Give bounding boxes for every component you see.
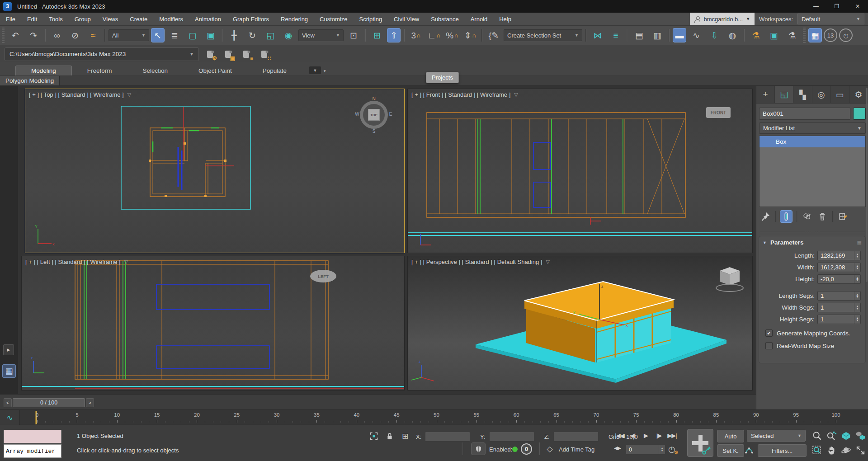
viewport-layout-tab[interactable]: ▦	[2, 364, 16, 378]
menu-graph-editors[interactable]: Graph Editors	[227, 13, 275, 25]
tab-selection[interactable]: Selection	[127, 66, 184, 75]
maximize-viewport-toggle[interactable]	[854, 443, 868, 457]
go-to-end-button[interactable]: ▶▶|	[666, 430, 678, 441]
tab-modeling[interactable]: Modeling	[15, 66, 72, 75]
viewcube-top-face[interactable]: TOP	[368, 109, 380, 121]
modifier-list-dropdown[interactable]: Modifier List ▼	[759, 122, 866, 134]
select-and-move-button[interactable]: ╋	[226, 28, 242, 42]
rendered-frame-window-button[interactable]: ▣	[766, 28, 782, 42]
redo-button[interactable]: ↷	[25, 28, 42, 42]
selection-filter-dropdown[interactable]: All▼	[108, 29, 149, 41]
menu-modifiers[interactable]: Modifiers	[153, 13, 189, 25]
orbit-button[interactable]	[839, 443, 853, 457]
param-spinner[interactable]: ▴▾	[854, 275, 860, 283]
angle-snap-toggle[interactable]: ∟∩	[426, 28, 442, 42]
spinner-snap-toggle[interactable]: ⇕∩	[462, 28, 478, 42]
menu-civil-view[interactable]: Civil View	[388, 13, 425, 25]
mirror-button[interactable]: ⋈	[590, 28, 606, 42]
time-configuration-button[interactable]: ◷⚙	[668, 444, 675, 454]
menu-help[interactable]: Help	[493, 13, 517, 25]
isolate-selection-toggle[interactable]	[368, 431, 379, 442]
zoom-extents-all-button[interactable]	[854, 429, 868, 443]
viewport-left-label[interactable]: [ + ] [ Left ] [ Standard ] [ Wireframe …	[25, 259, 128, 265]
select-and-rotate-button[interactable]: ↻	[244, 28, 260, 42]
param-spinner[interactable]: ▴▾	[854, 251, 860, 260]
safe-scene-shield-button[interactable]	[471, 442, 486, 455]
current-frame-field[interactable]: 0 ▴▾	[626, 444, 665, 455]
maximize-button[interactable]: ❐	[826, 0, 847, 13]
viewcube-front-marker[interactable]: FRONT	[706, 107, 731, 118]
menu-rendering[interactable]: Rendering	[275, 13, 314, 25]
render-in-cloud-button[interactable]: ▦	[808, 28, 822, 42]
minimize-button[interactable]: —	[806, 0, 826, 13]
close-button[interactable]: ✕	[847, 0, 868, 13]
max-time-button[interactable]: ◷	[839, 28, 853, 42]
object-name-field[interactable]: Box001	[759, 108, 850, 120]
set-key-button[interactable]: Set K.	[717, 444, 744, 457]
filter-funnel-icon[interactable]: ▽	[514, 92, 518, 98]
frame-spinner[interactable]: ▴▾	[659, 445, 665, 454]
project-folder-dropdown[interactable]: C:\Users\bmcga\Documents\3ds Max 2023 ▼	[5, 47, 199, 61]
compass-south[interactable]: S	[371, 129, 377, 134]
create-tab[interactable]: +	[756, 86, 775, 103]
notifications-badge[interactable]: 13	[824, 28, 837, 42]
viewport-perspective-label[interactable]: [ + ] [ Perspective ] [ Standard ] [ Def…	[411, 259, 550, 265]
filter-funnel-icon[interactable]: ▽	[124, 259, 128, 265]
select-and-place-button[interactable]: ◉	[280, 28, 297, 42]
param-spinner[interactable]: ▴▾	[854, 303, 860, 312]
display-tab[interactable]: ▭	[831, 86, 849, 103]
filter-funnel-icon[interactable]: ▽	[127, 92, 131, 98]
pan-view-button[interactable]	[825, 443, 839, 457]
object-color-swatch[interactable]	[853, 108, 866, 120]
select-object-button[interactable]: ↖	[151, 28, 165, 42]
lock-selection-toggle[interactable]	[384, 431, 395, 442]
stack-item-box[interactable]: Box	[760, 136, 865, 147]
panel-scrollbar[interactable]	[866, 88, 868, 282]
material-editor-button[interactable]: ◍	[724, 28, 741, 42]
compass-west[interactable]: W	[354, 112, 360, 117]
checkbox-generate-mapping-coords-[interactable]: ✔	[765, 329, 773, 337]
param-field-width[interactable]: 1612,308▴▾	[817, 263, 861, 272]
project-new-folder-button[interactable]: ▣	[221, 47, 236, 61]
project-structure-button[interactable]: ≡	[239, 47, 254, 61]
motion-tab[interactable]: ◎	[812, 86, 831, 103]
menu-create[interactable]: Create	[124, 13, 153, 25]
render-production-button[interactable]: ⚗	[784, 28, 800, 42]
project-switch-button[interactable]: ∷	[257, 47, 272, 61]
zoom-extents-button[interactable]	[839, 429, 853, 443]
render-setup-button[interactable]: ⚗	[748, 28, 764, 42]
tab-object-paint[interactable]: Object Paint	[183, 66, 247, 75]
filter-funnel-icon[interactable]: ▽	[546, 259, 549, 265]
account-menu[interactable]: bmcgarrido b... ▼	[690, 13, 755, 25]
unlink-selection-button[interactable]: ⊘	[67, 28, 83, 42]
viewport-perspective[interactable]: [ + ] [ Perspective ] [ Standard ] [ Def…	[407, 256, 753, 390]
percent-snap-toggle[interactable]: %∩	[444, 28, 460, 42]
menu-substance[interactable]: Substance	[425, 13, 464, 25]
viewcube-3d[interactable]	[716, 267, 743, 292]
configure-modifier-sets-button[interactable]	[837, 210, 849, 223]
hierarchy-tab[interactable]: ▚	[793, 86, 812, 103]
compass-north[interactable]: N	[371, 96, 377, 101]
reference-coordinate-system-dropdown[interactable]: View▼	[298, 29, 344, 41]
viewport-front[interactable]: [ + ] [ Front ] [ Standard ] [ Wireframe…	[407, 89, 753, 253]
key-filters-icon-button[interactable]	[743, 444, 755, 456]
bind-to-space-warp-button[interactable]: ≈	[85, 28, 101, 42]
param-spinner[interactable]: ▴▾	[854, 315, 860, 324]
menu-views[interactable]: Views	[97, 13, 124, 25]
viewcube-compass[interactable]: N E S W TOP	[356, 97, 392, 132]
zoom-all-button[interactable]	[825, 429, 839, 443]
track-bar[interactable]: ∿ 05101520253035404550556065707580859095…	[0, 409, 868, 425]
workspace-dropdown[interactable]: Default ▼	[797, 14, 864, 24]
ribbon-minimize-button[interactable]: ▼	[309, 66, 321, 74]
menu-animation[interactable]: Animation	[189, 13, 227, 25]
menu-arnold[interactable]: Arnold	[465, 13, 494, 25]
select-by-name-button[interactable]: ≣	[166, 28, 183, 42]
next-frame-arrow[interactable]: >	[86, 398, 94, 407]
tab-polygon-modeling[interactable]: Polygon Modeling	[0, 76, 60, 85]
menu-edit[interactable]: Edit	[21, 13, 43, 25]
x-coordinate-field[interactable]	[425, 432, 470, 442]
z-coordinate-field[interactable]	[553, 432, 599, 442]
param-spinner[interactable]: ▴▾	[854, 292, 860, 300]
pin-stack-button[interactable]	[759, 210, 772, 223]
zoom-region-button[interactable]	[810, 443, 824, 457]
